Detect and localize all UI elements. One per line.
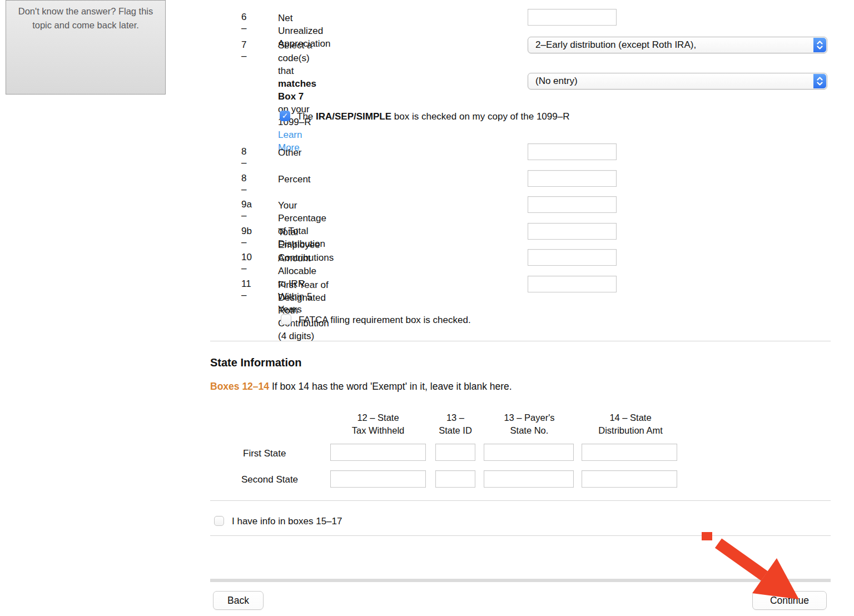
total-employee-contributions-input[interactable] (528, 223, 617, 240)
row10-number: 10 – (241, 252, 252, 274)
first-state-payer-no-input[interactable] (484, 444, 574, 461)
row8b-label: Percent (278, 173, 311, 186)
net-unrealized-appreciation-input[interactable] (528, 9, 617, 26)
col-header-payers-state-no: 13 – Payer's State No. (479, 411, 579, 437)
second-state-label: Second State (241, 474, 298, 485)
state-information-heading: State Information (210, 356, 301, 369)
second-state-distribution-amt-input[interactable] (582, 470, 677, 488)
row11-label: First Year of Designated Roth Contributi… (278, 279, 329, 342)
first-state-tax-withheld-input[interactable] (330, 444, 426, 461)
ira-sep-simple-label: The IRA/SEP/SIMPLE box is checked on my … (297, 111, 569, 122)
row7-number: 7 – (241, 39, 246, 62)
footer-divider (210, 579, 831, 582)
row8a-number: 8 – (241, 146, 246, 168)
back-button[interactable]: Back (213, 591, 264, 610)
select-stepper-icon (813, 74, 826, 88)
row9a-number: 9a – (241, 199, 252, 221)
fatca-checkbox[interactable] (281, 314, 291, 325)
boxes-12-14-range: Boxes 12–14 (210, 381, 269, 392)
row11-number: 11 – (241, 279, 251, 301)
box7-code2-selected-value: (No entry) (535, 76, 578, 87)
section-divider (210, 535, 831, 536)
second-state-id-input[interactable] (435, 470, 475, 488)
first-state-id-input[interactable] (435, 444, 475, 461)
select-stepper-icon (813, 38, 826, 52)
fatca-label: FATCA filing requirement box is checked. (299, 315, 471, 326)
row8b-number: 8 – (241, 173, 246, 195)
boxes-12-14-note: Boxes 12–14 If box 14 has the word 'Exem… (210, 381, 512, 393)
col-header-state-distribution-amt: 14 – State Distribution Amt (576, 411, 685, 437)
box7-code-selected-value: 2–Early distribution (except Roth IRA), (535, 39, 696, 51)
col-header-state-id: 13 – State ID (430, 411, 481, 437)
checkmark-icon: ✓ (282, 111, 289, 120)
row7-label: Select a code(s) that matches Box 7 on y… (278, 39, 316, 154)
boxes-15-17-checkbox[interactable] (214, 516, 224, 526)
percent-input[interactable] (528, 170, 617, 187)
flag-topic-note-text: Don't know the answer? Flag this topic a… (18, 6, 153, 30)
other-input[interactable] (528, 143, 617, 160)
boxes-15-17-label: I have info in boxes 15–17 (232, 516, 342, 527)
first-state-distribution-amt-input[interactable] (582, 444, 677, 461)
section-divider (210, 341, 831, 341)
second-state-payer-no-input[interactable] (484, 470, 574, 488)
first-year-roth-contribution-input[interactable] (528, 276, 617, 292)
continue-button[interactable]: Continue (752, 591, 827, 610)
amount-allocable-irr-input[interactable] (528, 249, 617, 266)
row9b-number: 9b – (241, 226, 252, 248)
ira-sep-simple-checkbox[interactable]: ✓ (280, 111, 290, 121)
box7-code-select[interactable]: 2–Early distribution (except Roth IRA), (528, 37, 827, 53)
row6-number: 6 – (241, 12, 246, 34)
row8a-label: Other (278, 146, 302, 159)
first-state-label: First State (243, 448, 286, 459)
col-header-state-tax-withheld: 12 – State Tax Withheld (325, 411, 431, 437)
box7-code2-select[interactable]: (No entry) (528, 73, 827, 90)
percentage-total-distribution-input[interactable] (528, 196, 617, 213)
flag-topic-note: Don't know the answer? Flag this topic a… (6, 0, 166, 95)
section-divider (210, 500, 831, 501)
second-state-tax-withheld-input[interactable] (330, 470, 426, 488)
